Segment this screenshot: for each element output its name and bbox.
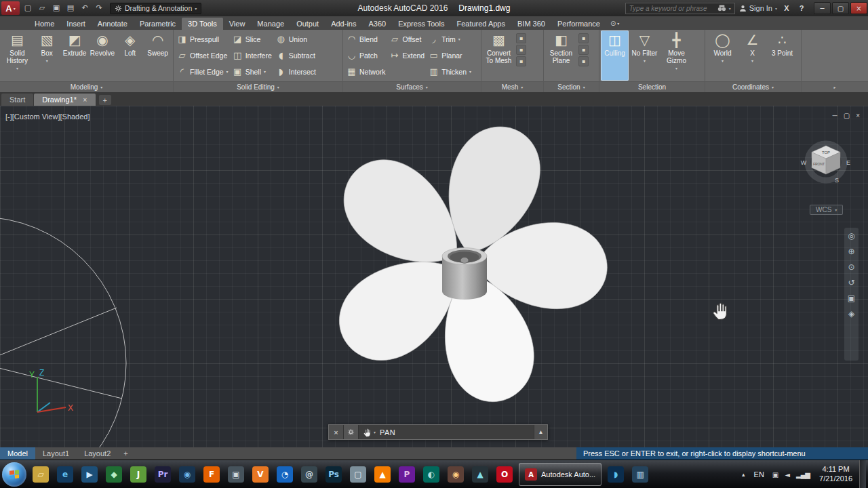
live-section-button[interactable]: ▪ <box>578 33 589 43</box>
redo-icon[interactable]: ↷ <box>93 1 105 15</box>
tab-layout1[interactable]: Layout1 <box>35 447 77 460</box>
file-tab-drawing1[interactable]: Drawing1* × <box>34 94 95 106</box>
tab-home[interactable]: Home <box>28 18 60 30</box>
taskbar-app-premiere[interactable]: Pr <box>151 463 174 486</box>
network-tray-icon[interactable]: ▂▄▆ <box>793 471 812 479</box>
taskbar-app-light[interactable]: ▢ <box>347 463 370 486</box>
add-jog-button[interactable]: ▪ <box>578 45 589 55</box>
new-file-icon[interactable]: ▢ <box>22 1 34 15</box>
zoom-tool-icon[interactable]: ⊙ <box>848 263 854 271</box>
command-history-button[interactable]: ▲ <box>534 425 547 439</box>
command-input[interactable]: ▾ PAN <box>359 425 534 439</box>
taskbar-app-firefox[interactable]: F <box>200 463 223 486</box>
viewport-controls-label[interactable]: [-][Custom View][Shaded] <box>5 113 90 121</box>
panel-label-surfaces[interactable]: Surfaces▾ <box>343 81 481 92</box>
solid-history-button[interactable]: ▤ Solid History ▾ <box>1 30 33 81</box>
show-desktop-button[interactable] <box>859 460 866 488</box>
move-gizmo-button[interactable]: ╋ Move Gizmo ▾ <box>660 30 692 81</box>
tab-express-tools[interactable]: Express Tools <box>392 18 450 30</box>
ucs-3-point-button[interactable]: ∴ 3 Point <box>766 30 798 81</box>
tab-model[interactable]: Model <box>0 447 35 460</box>
drawing-viewport[interactable]: Y Z X [-][Custom View][Shaded] ─ ▢ × TOP… <box>0 106 868 447</box>
patch-button[interactable]: ◡Patch <box>347 47 386 63</box>
taskbar-app-mail[interactable]: @ <box>298 463 321 486</box>
customize-command-button[interactable] <box>344 425 359 439</box>
culling-button[interactable]: ◫ Culling <box>601 30 629 81</box>
view-cube[interactable]: TOP FRONT W E S <box>799 140 853 190</box>
undo-icon[interactable]: ↶ <box>79 1 91 15</box>
tab-featured-apps[interactable]: Featured Apps <box>450 18 511 30</box>
offset-button[interactable]: ▱Offset <box>390 31 425 47</box>
minimize-button[interactable]: ─ <box>814 2 831 14</box>
language-indicator[interactable]: EN <box>750 470 768 479</box>
close-button[interactable]: × <box>850 2 867 14</box>
restore-button[interactable]: ▢ <box>832 2 849 14</box>
taskbar-app-v-player[interactable]: V <box>249 463 272 486</box>
taskbar-app-blue[interactable]: ◉ <box>176 463 199 486</box>
intersect-button[interactable]: ◗Intersect <box>276 64 316 79</box>
workspace-dropdown[interactable]: Drafting & Annotation ▾ <box>110 3 201 14</box>
tab-a360[interactable]: A360 <box>362 18 392 30</box>
panel-label-modeling[interactable]: Modeling▾ <box>0 81 173 92</box>
new-drawing-tab-button[interactable]: + <box>99 95 111 105</box>
taskbar-app-gray[interactable]: ▣ <box>224 463 248 486</box>
trim-button[interactable]: ◞Trim▾ <box>429 31 471 47</box>
exchange-apps-icon[interactable]: X <box>781 4 792 12</box>
viewport-restore-button[interactable]: ▢ <box>844 112 850 119</box>
thicken-button[interactable]: ▥Thicken▾ <box>429 64 471 79</box>
mesh-refine-button[interactable]: ▪ <box>516 56 526 66</box>
wcs-dropdown[interactable]: WCS▾ <box>810 205 843 215</box>
tab-3d-tools[interactable]: 3D Tools <box>182 18 223 30</box>
panel-label-mesh[interactable]: Mesh▾ <box>481 81 543 92</box>
interfere-button[interactable]: ◫Interfere <box>233 47 272 63</box>
showmotion-icon[interactable]: ▣ <box>848 294 855 302</box>
tab-bim-360[interactable]: BIM 360 <box>511 18 551 30</box>
no-filter-button[interactable]: ▽ No Filter ▾ <box>629 30 660 81</box>
save-icon[interactable]: ▣ <box>50 1 62 15</box>
panel-overflow-button[interactable]: ▸ <box>802 81 868 92</box>
autocad-logo-icon[interactable]: A ▾ <box>1 1 20 15</box>
help-icon[interactable]: ? <box>796 4 807 12</box>
taskbar-app-paint[interactable]: P <box>395 463 418 486</box>
viewcube-east-label[interactable]: E <box>846 159 850 166</box>
presspull-button[interactable]: ◨Presspull <box>177 31 229 47</box>
offset-edge-button[interactable]: ▱Offset Edge <box>177 47 229 63</box>
tab-parametric[interactable]: Parametric <box>134 18 182 30</box>
taskbar-app-vlc[interactable]: ▲ <box>371 463 394 486</box>
network-button[interactable]: ▦Network <box>347 64 386 79</box>
tab-layout2[interactable]: Layout2 <box>77 447 118 460</box>
search-binoculars-icon[interactable] <box>717 5 726 12</box>
mesh-smooth-more-button[interactable]: ▪ <box>516 33 526 43</box>
taskbar-app-internet-explorer[interactable]: e <box>54 463 77 486</box>
viewcube-west-label[interactable]: W <box>801 159 807 166</box>
navbar-more-icon[interactable]: ◈ <box>848 310 854 318</box>
taskbar-app-dark-cad[interactable]: ▲ <box>469 463 492 486</box>
taskbar-app-teal[interactable]: ◐ <box>420 463 443 486</box>
search-input[interactable] <box>629 5 715 12</box>
taskbar-active-autocad[interactable]: A Autodesk Auto... <box>519 463 601 486</box>
tab-output[interactable]: Output <box>290 18 325 30</box>
generate-section-button[interactable]: ▪ <box>578 56 589 66</box>
orbit-tool-icon[interactable]: ↺ <box>848 279 854 287</box>
viewport-minimize-button[interactable]: ─ <box>833 112 837 119</box>
convert-to-mesh-button[interactable]: ▩ Convert To Mesh <box>483 30 515 81</box>
display-tray-icon[interactable]: ▣ <box>770 471 781 479</box>
open-file-icon[interactable]: ▱ <box>36 1 48 15</box>
panel-label-selection[interactable]: Selection <box>599 81 705 92</box>
taskbar-app-compass[interactable]: ◔ <box>273 463 296 486</box>
viewport-close-button[interactable]: × <box>856 112 860 119</box>
tab-view[interactable]: View <box>223 18 252 30</box>
taskbar-app-burn[interactable]: ◉ <box>444 463 467 486</box>
cancel-command-button[interactable]: × <box>329 425 344 439</box>
union-button[interactable]: ◍Union <box>276 31 316 47</box>
section-plane-button[interactable]: ◧ Section Plane <box>545 30 577 81</box>
close-tab-icon[interactable]: × <box>83 97 87 103</box>
subtract-button[interactable]: ◖Subtract <box>276 47 316 63</box>
shell-button[interactable]: ▣Shell▾ <box>233 64 272 79</box>
tab-manage[interactable]: Manage <box>251 18 290 30</box>
box-button[interactable]: ▧ Box ▾ <box>33 30 61 81</box>
taskbar-app-green[interactable]: ◆ <box>102 463 125 486</box>
clock[interactable]: 4:11 PM 7/21/2016 <box>814 465 858 484</box>
extrude-button[interactable]: ◩ Extrude <box>61 30 89 81</box>
tab-insert[interactable]: Insert <box>60 18 92 30</box>
